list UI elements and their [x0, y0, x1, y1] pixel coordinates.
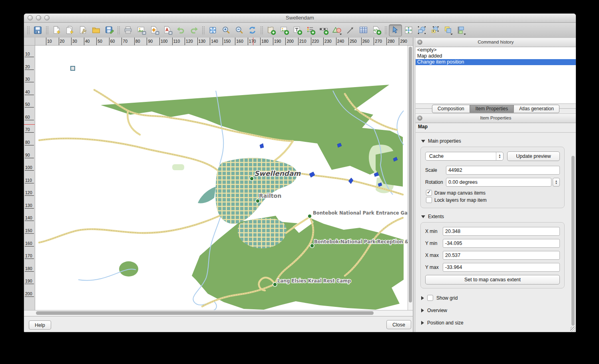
- dock-splitter[interactable]: [413, 38, 416, 332]
- item-type-label: Map: [416, 123, 576, 133]
- refresh-view-button[interactable]: [246, 24, 259, 36]
- refresh-icon: [247, 25, 257, 35]
- add-legend-icon: [306, 25, 316, 35]
- update-preview-button[interactable]: Update preview: [507, 151, 560, 161]
- set-to-map-canvas-extent-button[interactable]: Set to map canvas extent: [425, 275, 560, 284]
- canvas-vertical-scrollbar[interactable]: [408, 46, 413, 310]
- composition-manager-button[interactable]: [76, 24, 90, 36]
- select-stepper-icon: ▲▼: [496, 152, 503, 160]
- close-dock-icon[interactable]: [417, 40, 422, 45]
- draw-map-canvas-items-row[interactable]: Draw map canvas items: [426, 190, 560, 196]
- new-composition-button[interactable]: [50, 24, 63, 36]
- add-map-icon: [266, 25, 276, 35]
- load-template-button[interactable]: [90, 24, 103, 36]
- add-arrow-button[interactable]: [344, 24, 357, 36]
- lock-layers-checkbox[interactable]: [426, 197, 432, 203]
- select-move-item-button[interactable]: [389, 24, 402, 36]
- close-button[interactable]: Close: [386, 320, 411, 329]
- tab-composition[interactable]: Composition: [432, 105, 470, 113]
- cache-mode-select[interactable]: Cache ▲▼: [425, 152, 503, 161]
- add-label-button[interactable]: [291, 24, 304, 36]
- help-button[interactable]: Help: [29, 320, 51, 330]
- rotation-label: Rotation: [425, 179, 446, 185]
- panel-scrollbar[interactable]: [571, 143, 575, 330]
- composer-window: Swellendam: [24, 14, 576, 332]
- export-svg-icon: [149, 25, 159, 35]
- command-history-item[interactable]: Change item position: [416, 59, 576, 65]
- zoom-in-icon: [221, 25, 231, 35]
- map-label-gate: Bontebok National Park Entrance Gate: [313, 210, 408, 216]
- xmax-input[interactable]: 20.537: [443, 251, 560, 260]
- ungroup-items-button[interactable]: [428, 24, 442, 36]
- composer-workspace: 1020304050607080901001101201301401501601…: [24, 38, 413, 332]
- expand-triangle-icon[interactable]: [421, 308, 424, 312]
- zoom-out-button[interactable]: [233, 24, 246, 36]
- draw-map-canvas-items-checkbox[interactable]: [426, 190, 432, 196]
- overview-section[interactable]: Overview: [421, 308, 565, 313]
- toolbar-handle[interactable]: [117, 26, 120, 35]
- composition-page[interactable]: Swellendam Railton Bontebok National Par…: [35, 46, 408, 310]
- export-image-button[interactable]: [135, 24, 148, 36]
- collapse-triangle-icon[interactable]: [421, 215, 425, 218]
- window-resize-grip[interactable]: [570, 326, 575, 332]
- rotation-spinner[interactable]: ▲▼: [553, 178, 560, 187]
- show-grid-section[interactable]: Show grid: [421, 295, 565, 301]
- zoom-full-button[interactable]: [206, 24, 219, 36]
- dock-tabbar: CompositionItem PropertiesAtlas generati…: [416, 104, 576, 113]
- xmin-label: X min: [425, 229, 443, 234]
- add-shape-button[interactable]: [330, 24, 344, 36]
- toolbar-handle[interactable]: [202, 26, 205, 35]
- print-button[interactable]: [121, 24, 135, 36]
- tab-item-properties[interactable]: Item Properties: [470, 105, 513, 113]
- command-history-item[interactable]: Map added: [416, 53, 576, 59]
- map-item[interactable]: Swellendam Railton Bontebok National Par…: [35, 46, 408, 310]
- position-and-size-section[interactable]: Position and size: [421, 320, 565, 326]
- expand-triangle-icon[interactable]: [421, 321, 424, 325]
- ymax-input[interactable]: -33.964: [443, 263, 560, 272]
- add-scalebar-icon: [319, 25, 329, 35]
- toolbar-handle[interactable]: [27, 26, 30, 35]
- expand-triangle-icon[interactable]: [421, 296, 424, 300]
- add-html-frame-button[interactable]: [370, 24, 383, 36]
- undo-button[interactable]: [174, 24, 187, 36]
- command-history-title: Command history: [478, 40, 513, 44]
- add-image-button[interactable]: [278, 24, 291, 36]
- extents-section-header[interactable]: Extents: [421, 214, 565, 219]
- toolbar-handle[interactable]: [384, 26, 388, 35]
- raise-lower-items-button[interactable]: [442, 24, 455, 36]
- group-items-button[interactable]: [415, 24, 428, 36]
- ungroup-items-icon: [430, 25, 440, 35]
- toolbar-handle[interactable]: [260, 26, 263, 35]
- ymin-input[interactable]: -34.095: [443, 239, 560, 248]
- ruler-corner: [24, 38, 35, 46]
- close-dock-icon[interactable]: [417, 115, 422, 121]
- align-items-button[interactable]: [455, 24, 468, 36]
- duplicate-composition-button[interactable]: [63, 24, 76, 36]
- command-history-item[interactable]: <empty>: [416, 47, 576, 53]
- zoom-in-button[interactable]: [219, 24, 233, 36]
- collapse-triangle-icon[interactable]: [421, 140, 425, 143]
- rotation-input[interactable]: 0.00 degrees: [446, 178, 551, 187]
- tab-atlas-generation[interactable]: Atlas generation: [513, 105, 559, 113]
- redo-button[interactable]: [187, 24, 201, 36]
- map-label-reception: Bontebok National Park Reception & Sh: [314, 239, 408, 245]
- export-pdf-button[interactable]: [161, 24, 174, 36]
- lock-layers-row[interactable]: Lock layers for map item: [426, 197, 560, 203]
- small-item-rectangle[interactable]: [70, 66, 75, 71]
- canvas-horizontal-scrollbar[interactable]: [24, 310, 413, 316]
- add-table-icon: [358, 25, 368, 35]
- save-project-button[interactable]: [31, 24, 44, 36]
- export-svg-button[interactable]: [148, 24, 161, 36]
- add-legend-button[interactable]: [304, 24, 317, 36]
- save-as-template-button[interactable]: [103, 24, 116, 36]
- show-grid-checkbox[interactable]: [427, 295, 433, 301]
- add-new-map-button[interactable]: [265, 24, 278, 36]
- main-properties-section-header[interactable]: Main properties: [421, 138, 565, 144]
- add-attribute-table-button[interactable]: [357, 24, 370, 36]
- map-label-suburb: Railton: [259, 193, 281, 199]
- add-scalebar-button[interactable]: [317, 24, 330, 36]
- scale-input[interactable]: 44982: [446, 166, 560, 175]
- move-item-content-button[interactable]: [402, 24, 415, 36]
- toolbar-handle[interactable]: [46, 26, 49, 35]
- xmin-input[interactable]: 20.348: [443, 227, 560, 236]
